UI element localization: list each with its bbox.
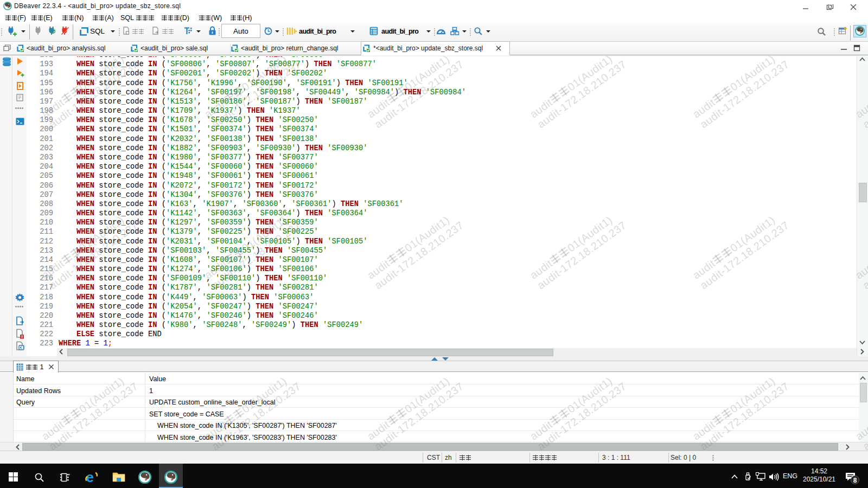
svg-text:8: 8 (853, 477, 857, 484)
